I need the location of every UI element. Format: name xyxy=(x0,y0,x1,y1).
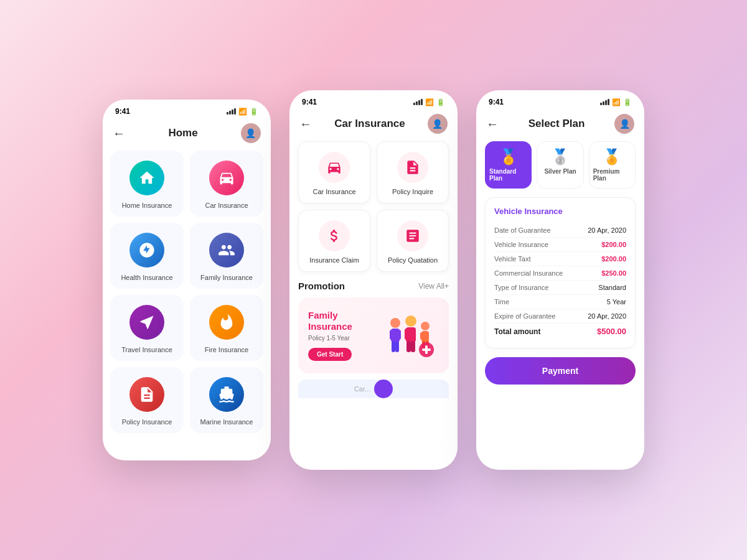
policy-insurance-icon xyxy=(129,377,164,412)
back-button-2[interactable]: ← xyxy=(299,117,312,131)
status-icons-3: 📶 🔋 xyxy=(600,98,632,106)
fire-insurance-icon xyxy=(209,305,244,340)
avatar-img-3: 👤 xyxy=(614,114,634,134)
car-insurance-card[interactable]: Car Insurance xyxy=(190,151,263,217)
family-insurance-card[interactable]: Family Insurance xyxy=(190,223,263,289)
details-section-title: Vehicle Insurance xyxy=(494,207,626,216)
promo-card-second-partial: Car... xyxy=(298,380,449,398)
svg-rect-5 xyxy=(395,341,399,352)
avatar-img-1: 👤 xyxy=(241,123,261,143)
time-2: 9:41 xyxy=(302,98,317,106)
guarantee-date-key: Date of Guarantee xyxy=(494,226,551,234)
fire-insurance-card[interactable]: Fire Insurance xyxy=(190,295,263,361)
svg-point-0 xyxy=(390,318,400,328)
promo-second-indicator: Car... xyxy=(354,385,370,393)
signal-bar-2 xyxy=(229,111,231,114)
detail-row-vehicle-insurance: Vehicle Insurance $200.00 xyxy=(494,238,626,252)
travel-insurance-card[interactable]: Travel Insurance xyxy=(110,295,184,361)
service-grid: Car Insurance Policy Inquire Insurance C… xyxy=(289,141,458,272)
detail-row-expire: Expire of Guarantee 20 Apr, 2020 xyxy=(494,309,626,324)
page-title-3: Select Plan xyxy=(529,118,585,130)
signal-bar-3 xyxy=(232,110,233,114)
policy-insurance-card[interactable]: Policy Insurance xyxy=(110,367,184,433)
back-button-1[interactable]: ← xyxy=(113,126,125,141)
total-value: $500.00 xyxy=(597,327,626,336)
home-insurance-card[interactable]: Home Insurance xyxy=(110,151,184,217)
svg-rect-3 xyxy=(397,330,401,340)
vehicle-insurance-key: Vehicle Insurance xyxy=(494,241,548,248)
plan-tabs: 🏅 Standard Plan 🥈 Silver Plan 🏅 Premium … xyxy=(476,141,644,197)
detail-row-guarantee-date: Date of Guarantee 20 Apr, 2020 xyxy=(494,223,626,238)
promo-subtitle: Policy 1-5 Year xyxy=(308,335,383,342)
fire-insurance-label: Fire Insurance xyxy=(205,346,248,353)
family-insurance-icon xyxy=(209,233,244,268)
payment-button[interactable]: Payment xyxy=(485,357,636,385)
svg-rect-11 xyxy=(411,341,415,352)
time-3: 9:41 xyxy=(489,98,504,106)
standard-plan-tab[interactable]: 🏅 Standard Plan xyxy=(485,141,532,189)
battery-icon-2: 🔋 xyxy=(436,98,445,106)
svg-point-6 xyxy=(405,315,416,327)
vehicle-taxt-value: $200.00 xyxy=(601,255,626,263)
car-insurance-icon xyxy=(209,161,244,195)
home-insurance-icon xyxy=(129,161,164,195)
header-2: ← Car Insurance 👤 xyxy=(289,110,458,141)
silver-plan-label: Silver Plan xyxy=(544,168,576,175)
policy-insurance-label: Policy Insurance xyxy=(122,418,172,426)
avatar-1: 👤 xyxy=(241,123,261,143)
standard-plan-label: Standard Plan xyxy=(489,168,527,182)
total-key: Total amount xyxy=(494,327,540,336)
wifi-icon: 📶 xyxy=(238,108,247,116)
phone-car-insurance: 9:41 📶 🔋 ← Car Insurance 👤 xyxy=(289,90,458,470)
svg-rect-15 xyxy=(425,332,428,340)
get-start-button[interactable]: Get Start xyxy=(308,348,352,361)
time-value: 5 Year xyxy=(607,298,626,306)
marine-insurance-card[interactable]: Marine Insurance xyxy=(190,367,263,433)
guarantee-date-value: 20 Apr, 2020 xyxy=(588,226,626,234)
page-title-1: Home xyxy=(168,127,197,139)
travel-insurance-icon xyxy=(129,305,164,340)
health-insurance-icon xyxy=(129,233,164,268)
car-insurance-service[interactable]: Car Insurance xyxy=(298,141,370,203)
car-insurance-label: Car Insurance xyxy=(205,202,248,209)
status-bar-2: 9:41 📶 🔋 xyxy=(289,90,458,110)
commercial-insurance-key: Commercial Insurance xyxy=(494,269,563,277)
signal-icon-3 xyxy=(600,99,609,105)
promo-title-family: FamilyInsurance xyxy=(308,310,383,332)
premium-medal-icon: 🏅 xyxy=(603,148,621,166)
policy-inquire-service[interactable]: Policy Inquire xyxy=(377,141,449,203)
car-service-icon xyxy=(319,152,350,183)
signal-icon-2 xyxy=(413,99,423,105)
svg-rect-14 xyxy=(420,332,423,340)
promo-text: FamilyInsurance Policy 1-5 Year Get Star… xyxy=(308,310,383,361)
type-insurance-value: Standard xyxy=(598,284,626,291)
vehicle-insurance-value: $200.00 xyxy=(601,241,626,248)
header-3: ← Select Plan 👤 xyxy=(476,110,644,141)
health-insurance-card[interactable]: Health Insurance xyxy=(110,223,184,289)
phone-home: 9:41 📶 🔋 ← Home 👤 xyxy=(103,100,271,460)
travel-insurance-label: Travel Insurance xyxy=(121,346,172,353)
family-insurance-label: Family Insurance xyxy=(200,274,253,281)
time-key: Time xyxy=(494,298,509,306)
promo-card-family[interactable]: FamilyInsurance Policy 1-5 Year Get Star… xyxy=(298,297,449,373)
premium-plan-label: Premium Plan xyxy=(593,168,631,182)
silver-plan-tab[interactable]: 🥈 Silver Plan xyxy=(537,141,583,189)
back-button-3[interactable]: ← xyxy=(486,117,499,131)
svg-point-12 xyxy=(421,322,430,330)
page-title-2: Car Insurance xyxy=(334,118,405,130)
policy-quotation-icon xyxy=(397,220,428,251)
battery-icon-3: 🔋 xyxy=(623,98,632,106)
svg-rect-9 xyxy=(411,329,416,340)
signal-bar-4 xyxy=(234,108,236,114)
view-all-link[interactable]: View All+ xyxy=(418,282,449,291)
time-1: 9:41 xyxy=(115,107,130,116)
policy-quotation-service[interactable]: Policy Quatation xyxy=(377,210,449,272)
premium-plan-tab[interactable]: 🏅 Premium Plan xyxy=(589,141,636,189)
expire-guarantee-key: Expire of Guarantee xyxy=(494,312,555,320)
silver-medal-icon: 🥈 xyxy=(551,148,570,166)
insurance-claim-service[interactable]: Insurance Claim xyxy=(298,210,370,272)
status-bar-3: 9:41 📶 🔋 xyxy=(476,90,644,110)
detail-row-time: Time 5 Year xyxy=(494,295,626,309)
details-card: Vehicle Insurance Date of Guarantee 20 A… xyxy=(485,197,636,348)
insurance-claim-icon xyxy=(319,220,350,251)
